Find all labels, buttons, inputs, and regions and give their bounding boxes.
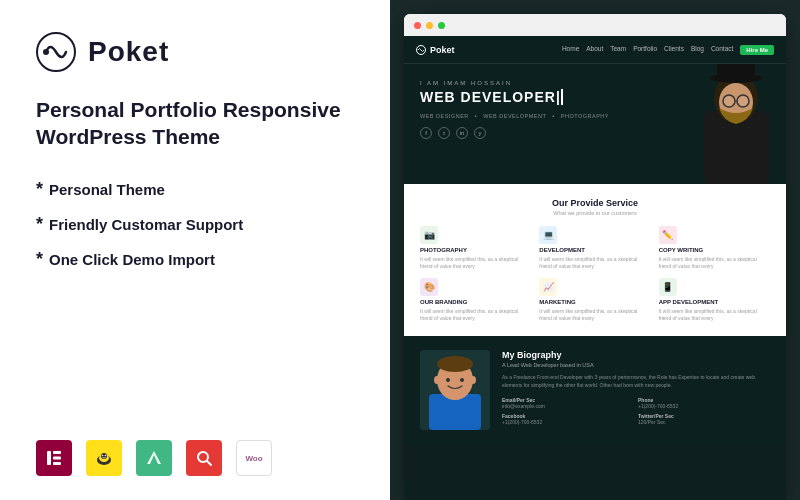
social-li-icon[interactable]: in (456, 127, 468, 139)
site-nav: Poket Home About Team Portfolio Clients … (404, 36, 786, 64)
nav-link-contact: Contact (711, 45, 733, 55)
bio-role: A Lead Web Developer based in USA (502, 362, 770, 368)
services-title: Our Provide Service (420, 198, 770, 208)
bio-detail-facebook: Facebook +1(200)-700-6532 (502, 413, 634, 425)
bio-person-svg (421, 352, 489, 430)
logo-text: Poket (88, 36, 169, 68)
service-desc-development: It will seem like simplified this, as a … (539, 256, 650, 270)
svg-rect-3 (53, 451, 61, 454)
services-subtitle: What we provide to our customers (420, 210, 770, 216)
nav-link-blog: Blog (691, 45, 704, 55)
svg-point-1 (43, 49, 49, 55)
svg-rect-2 (47, 451, 51, 465)
feature-item: Personal Theme (36, 179, 354, 200)
browser-content: Poket Home About Team Portfolio Clients … (404, 36, 786, 500)
service-desc-copywriting: It will seem like simplified this, as a … (659, 256, 770, 270)
bio-desc: As a Freelance Front-end Developer with … (502, 374, 770, 389)
svg-point-28 (446, 378, 450, 382)
site-nav-links: Home About Team Portfolio Clients Blog C… (562, 45, 774, 55)
nav-link-about: About (586, 45, 603, 55)
qr-badge[interactable] (186, 440, 222, 476)
marketing-icon: 📈 (539, 278, 557, 296)
service-name-marketing: MARKETING (539, 299, 650, 305)
badge-row: Woo (36, 440, 354, 476)
bio-title: My Biography (502, 350, 770, 360)
hero-tag-photo: PHOTOGRAPHY (561, 113, 609, 119)
browser-dot-yellow (426, 22, 433, 29)
svg-rect-19 (717, 64, 755, 79)
svg-point-30 (434, 376, 440, 384)
svg-rect-4 (53, 457, 61, 460)
nav-link-team: Team (610, 45, 626, 55)
service-desc-appdev: It will seem like simplified this, as a … (659, 308, 770, 322)
mockup-browser: Poket Home About Team Portfolio Clients … (404, 14, 786, 500)
logo-area: Poket (36, 32, 354, 72)
svg-point-29 (460, 378, 464, 382)
service-card-branding: 🎨 OUR BRANDING It will seem like simplif… (420, 278, 531, 322)
service-desc-photography: It will seem like simplified this, as a … (420, 256, 531, 270)
site-logo-text: Poket (430, 45, 455, 55)
browser-dot-red (414, 22, 421, 29)
bio-person-illustration (420, 350, 490, 430)
social-yt-icon[interactable]: y (474, 127, 486, 139)
service-card-appdev: 📱 APP DEVELOPMENT It will seem like simp… (659, 278, 770, 322)
bio-detail-email: Email/Per Sec info@example.com (502, 397, 634, 409)
woo-label: Woo (245, 454, 262, 463)
site-services: Our Provide Service What we provide to o… (404, 184, 786, 336)
site-hero: I AM IMAM HOSSAIN WEB DEVELOPER| WEB DES… (404, 64, 786, 184)
bio-text: My Biography A Lead Web Developer based … (502, 350, 770, 425)
browser-bar (404, 14, 786, 36)
photography-icon: 📷 (420, 226, 438, 244)
svg-rect-5 (53, 462, 61, 465)
service-card-photography: 📷 PHOTOGRAPHY It will seem like simplifi… (420, 226, 531, 270)
hero-title: WEB DEVELOPER| (420, 90, 770, 105)
features-list: Personal Theme Friendly Customar Support… (36, 179, 354, 270)
svg-point-27 (437, 356, 473, 372)
service-name-appdev: APP DEVELOPMENT (659, 299, 770, 305)
service-card-copywriting: ✏️ COPY WRITING It will seem like simpli… (659, 226, 770, 270)
svg-line-14 (207, 461, 211, 465)
svg-point-9 (102, 455, 104, 457)
bio-detail-phone: Phone +1(200)-700-6532 (638, 397, 770, 409)
nav-cta-button[interactable]: Hire Me (740, 45, 774, 55)
appdev-icon: 📱 (659, 278, 677, 296)
copywriting-icon: ✏️ (659, 226, 677, 244)
elementor-badge[interactable] (36, 440, 72, 476)
site-bio: My Biography A Lead Web Developer based … (404, 336, 786, 444)
left-panel: Poket Personal Portfolio ResponsiveWordP… (0, 0, 390, 500)
mailchimp-badge[interactable] (86, 440, 122, 476)
hero-social: f t in y (420, 127, 770, 139)
site-logo: Poket (416, 45, 455, 55)
service-name-photography: PHOTOGRAPHY (420, 247, 531, 253)
bio-detail-twitter: Twitter/Per Sec 120/Per Sec (638, 413, 770, 425)
service-name-branding: OUR BRANDING (420, 299, 531, 305)
hero-tags: WEB DESIGNER • WEB DEVELOPMENT • PHOTOGR… (420, 113, 770, 119)
woocommerce-badge[interactable]: Woo (236, 440, 272, 476)
hero-text-area: I AM IMAM HOSSAIN WEB DEVELOPER| WEB DES… (420, 80, 770, 139)
svg-point-31 (470, 376, 476, 384)
hero-tag-designer: WEB DESIGNER (420, 113, 469, 119)
nav-link-home: Home (562, 45, 579, 55)
right-panel: Poket Home About Team Portfolio Clients … (390, 0, 800, 500)
service-desc-branding: It will seem like simplified this, as a … (420, 308, 531, 322)
hero-tag-dev: WEB DEVELOPMENT (483, 113, 546, 119)
svg-point-10 (105, 455, 107, 457)
browser-dot-green (438, 22, 445, 29)
branding-icon: 🎨 (420, 278, 438, 296)
service-name-copywriting: COPY WRITING (659, 247, 770, 253)
services-grid: 📷 PHOTOGRAPHY It will seem like simplifi… (420, 226, 770, 322)
feature-item: Friendly Customar Support (36, 214, 354, 235)
service-card-marketing: 📈 MARKETING It will seem like simplified… (539, 278, 650, 322)
vuejs-badge[interactable] (136, 440, 172, 476)
feature-item: One Click Demo Import (36, 249, 354, 270)
bio-details: Email/Per Sec info@example.com Phone +1(… (502, 397, 770, 425)
social-tw-icon[interactable]: t (438, 127, 450, 139)
tagline: Personal Portfolio ResponsiveWordPress T… (36, 96, 354, 151)
development-icon: 💻 (539, 226, 557, 244)
service-card-development: 💻 DEVELOPMENT It will seem like simplifi… (539, 226, 650, 270)
hero-pre-title: I AM IMAM HOSSAIN (420, 80, 770, 86)
social-fb-icon[interactable]: f (420, 127, 432, 139)
service-name-development: DEVELOPMENT (539, 247, 650, 253)
nav-link-portfolio: Portfolio (633, 45, 657, 55)
logo-icon (36, 32, 76, 72)
